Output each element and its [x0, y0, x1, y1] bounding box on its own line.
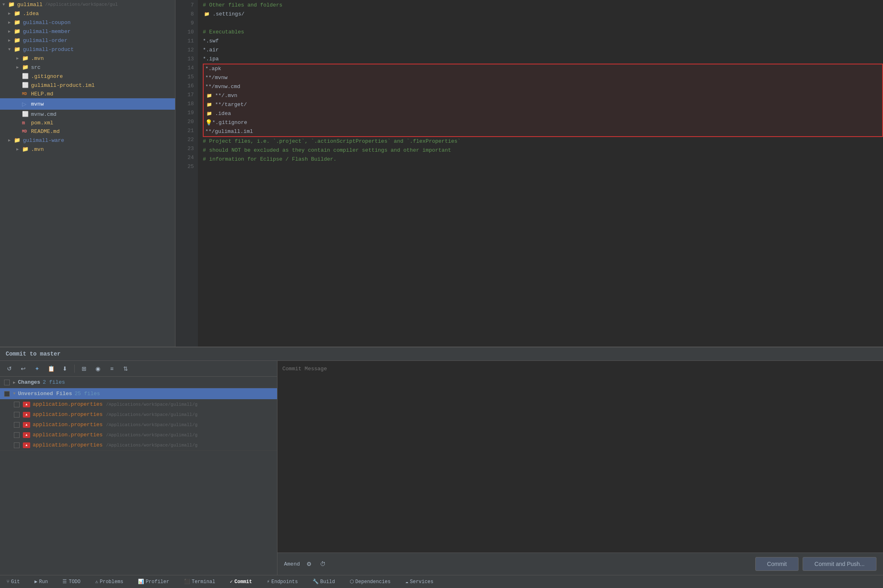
tree-arrow: ▶ — [8, 20, 14, 25]
tree-item-idea[interactable]: ▶ 📁 .idea — [0, 9, 175, 18]
folder-icon: 📁 — [205, 93, 213, 99]
tree-item-gulimall[interactable]: ▼ 📁 gulimall /Applications/workSpace/gul — [0, 0, 175, 9]
file-item-3[interactable]: ▲ application.properties /Applications/w… — [0, 420, 277, 430]
expand-button[interactable]: ⇅ — [120, 363, 131, 374]
tree-item-mvnw[interactable]: ▶ ▷ mvnw — [0, 98, 175, 110]
file-path-5: /Applications/workSpace/gulimall/g — [106, 443, 197, 448]
tree-item-ware[interactable]: ▶ 📁 gulimall-ware — [0, 136, 175, 145]
highlight-box: *.apk **/mvnw **/mvnw.cmd 📁 **/.mvn 📁 — [203, 64, 883, 137]
tree-label: .idea — [23, 11, 39, 17]
lightbulb-icon: 💡 — [205, 118, 212, 127]
unversioned-group-header[interactable]: ▼ Unversioned Files 25 files — [0, 388, 277, 399]
status-item-terminal[interactable]: ⬛ Terminal — [182, 578, 218, 586]
tree-item-mvnwcmd[interactable]: ▶ ⬜ mvnw.cmd — [0, 110, 175, 119]
file-name-5: application.properties — [33, 442, 103, 448]
file-item-2[interactable]: ▲ application.properties /Applications/w… — [0, 409, 277, 420]
filter-button[interactable]: ≡ — [106, 363, 117, 374]
diff-button[interactable]: ✦ — [32, 363, 42, 374]
status-item-services[interactable]: ☁ Services — [403, 578, 436, 586]
file-checkbox-4[interactable] — [14, 432, 20, 438]
tree-arrow: ▼ — [8, 47, 14, 52]
code-line-15: **/mvnw — [205, 73, 881, 82]
tree-path: /Applications/workSpace/gul — [45, 2, 118, 7]
file-type-icon-3: ▲ — [23, 422, 30, 428]
tree-item-src[interactable]: ▶ 📁 src — [0, 63, 175, 72]
status-item-todo[interactable]: ☰ TODO — [60, 578, 83, 586]
changes-checkbox[interactable] — [4, 380, 10, 385]
folder-icon: 📁 — [22, 64, 29, 71]
commit-left: ↺ ↩ ✦ 📋 ⬇ ⊞ ◉ ≡ ⇅ ▶ Changes 2 file — [0, 361, 277, 575]
code-line-13: *.ipa — [203, 55, 883, 64]
tree-arrow: ▶ — [16, 65, 22, 70]
status-item-build[interactable]: 🔧 Build — [310, 578, 337, 586]
file-checkbox-2[interactable] — [14, 412, 20, 418]
tree-label: .mvn — [31, 55, 44, 62]
file-path-4: /Applications/workSpace/gulimall/g — [106, 433, 197, 438]
tree-item-iml[interactable]: ▶ ⬜ gulimall-product.iml — [0, 81, 175, 90]
changes-group-header[interactable]: ▶ Changes 2 files — [0, 377, 277, 388]
note-button[interactable]: 📋 — [46, 363, 56, 374]
refresh-button[interactable]: ↺ — [4, 363, 15, 374]
code-line-17: 📁 **/.mvn — [205, 91, 881, 100]
status-item-commit[interactable]: ✓ Commit — [227, 578, 254, 586]
status-label-git: Git — [11, 579, 20, 585]
tree-item-ware-mvn[interactable]: ▶ 📁 .mvn — [0, 145, 175, 154]
tree-label: HELP.md — [31, 91, 53, 97]
run-icon: ▶ — [35, 579, 38, 585]
tree-label: README.md — [31, 128, 60, 135]
tree-item-helpmd[interactable]: ▶ MD HELP.md — [0, 90, 175, 98]
eye-button[interactable]: ◉ — [93, 363, 103, 374]
folder-icon: 📁 — [22, 146, 29, 153]
code-editor: 7 8 9 10 11 12 13 14 15 16 17 18 19 20 2… — [175, 0, 883, 347]
tree-label: mvnw.cmd — [31, 111, 56, 117]
file-checkbox-5[interactable] — [14, 442, 20, 448]
git-icon: ⑂ — [7, 579, 9, 585]
file-checkbox-3[interactable] — [14, 422, 20, 428]
tree-item-gitignore[interactable]: ▶ ⬜ .gitignore — [0, 72, 175, 81]
tree-arrow: ▼ — [2, 2, 8, 7]
file-icon: ⬜ — [22, 73, 29, 80]
commit-body: ↺ ↩ ✦ 📋 ⬇ ⊞ ◉ ≡ ⇅ ▶ Changes 2 file — [0, 361, 883, 575]
status-item-dependencies[interactable]: ⬡ Dependencies — [347, 578, 393, 586]
status-item-endpoints[interactable]: ⚡ Endpoints — [264, 578, 300, 586]
amend-history-button[interactable]: ⏱ — [318, 559, 328, 569]
tree-arrow: ▶ — [8, 11, 14, 16]
commit-message-input[interactable] — [277, 361, 883, 553]
merge-button[interactable]: ⊞ — [79, 363, 89, 374]
commit-button[interactable]: Commit — [755, 557, 799, 571]
code-line-9 — [203, 19, 883, 28]
commit-toolbar: ↺ ↩ ✦ 📋 ⬇ ⊞ ◉ ≡ ⇅ — [0, 361, 277, 377]
tree-item-readme[interactable]: ▶ MD README.md — [0, 127, 175, 136]
tree-item-member[interactable]: ▶ 📁 gulimall-member — [0, 27, 175, 36]
code-line-19: 📁 .idea — [205, 109, 881, 118]
commit-header: Commit to master — [0, 347, 883, 361]
rollback-button[interactable]: ↩ — [18, 363, 29, 374]
tree-item-coupon[interactable]: ▶ 📁 gulimall-coupon — [0, 18, 175, 27]
file-checkbox-1[interactable] — [14, 402, 20, 407]
file-type-icon-2: ▲ — [23, 412, 30, 418]
tree-label: src — [31, 64, 40, 71]
status-item-profiler[interactable]: 📊 Profiler — [135, 578, 172, 586]
file-type-icon-4: ▲ — [23, 432, 30, 438]
code-line-25 — [203, 164, 883, 173]
file-name-2: application.properties — [33, 411, 103, 418]
status-item-git[interactable]: ⑂ Git — [4, 578, 22, 586]
services-icon: ☁ — [405, 579, 408, 585]
status-item-run[interactable]: ▶ Run — [32, 578, 51, 586]
file-item-4[interactable]: ▲ application.properties /Applications/w… — [0, 430, 277, 440]
tree-label: gulimall-product.iml — [31, 82, 95, 88]
tree-item-product[interactable]: ▼ 📁 gulimall-product — [0, 45, 175, 54]
unversioned-checkbox[interactable] — [4, 391, 10, 397]
file-item-1[interactable]: ▲ application.properties /Applications/w… — [0, 399, 277, 409]
commit-header-text: Commit to master — [6, 351, 60, 357]
tree-item-mvn[interactable]: ▶ 📁 .mvn — [0, 54, 175, 63]
download-button[interactable]: ⬇ — [60, 363, 70, 374]
status-item-problems[interactable]: ⚠ Problems — [93, 578, 126, 586]
tree-item-pomxml[interactable]: ▶ m pom.xml — [0, 119, 175, 127]
file-item-5[interactable]: ▲ application.properties /Applications/w… — [0, 440, 277, 450]
folder-icon: 📁 — [205, 102, 213, 108]
amend-settings-button[interactable]: ⚙ — [304, 559, 314, 569]
tree-item-order[interactable]: ▶ 📁 gulimall-order — [0, 36, 175, 45]
tree-arrow: ▶ — [16, 147, 22, 152]
commit-and-push-button[interactable]: Commit and Push... — [803, 557, 876, 571]
